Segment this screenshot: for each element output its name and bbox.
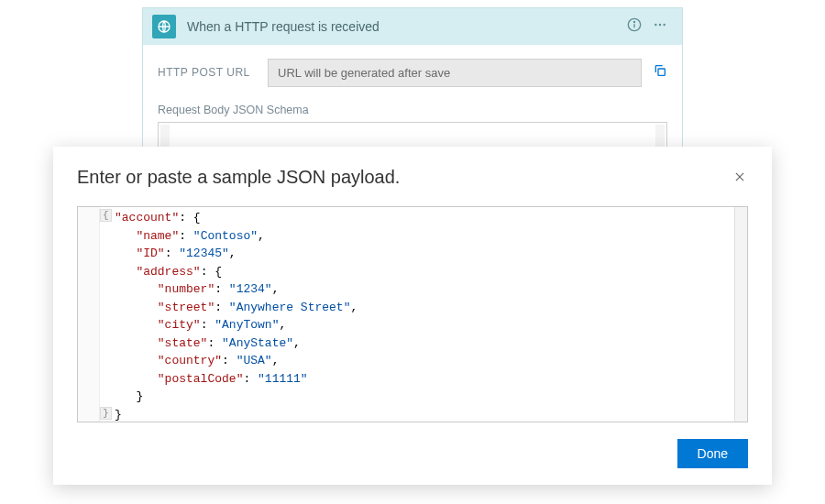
json-key: "address" [136, 265, 200, 279]
json-value: "AnyTown" [214, 318, 279, 332]
json-key: "account" [115, 211, 179, 225]
json-value: "12345" [179, 247, 229, 260]
json-editor[interactable]: { } "account": { "name": "Contoso", "ID"… [77, 206, 748, 422]
info-icon[interactable] [622, 14, 647, 39]
json-key: "city" [158, 318, 201, 332]
svg-point-3 [633, 21, 634, 22]
trigger-card: When a HTTP request is received HTTP POS… [142, 7, 683, 159]
copy-icon[interactable] [642, 58, 667, 87]
modal-footer: Done [77, 439, 748, 468]
json-value: "AnyState" [222, 336, 293, 350]
url-label: HTTP POST URL [158, 66, 268, 79]
fold-icon[interactable]: } [100, 407, 112, 420]
schema-label: Request Body JSON Schema [158, 104, 667, 116]
json-key: "name" [136, 229, 179, 243]
http-request-icon [152, 15, 176, 38]
editor-scrollbar[interactable] [734, 207, 747, 422]
code-content[interactable]: "account": { "name": "Contoso", "ID": "1… [115, 209, 731, 420]
svg-rect-7 [658, 69, 665, 75]
trigger-title: When a HTTP request is received [187, 19, 622, 34]
json-value: "Contoso" [193, 229, 258, 243]
close-icon[interactable] [732, 167, 748, 190]
json-key: "ID" [136, 247, 164, 260]
json-key: "state" [158, 336, 208, 350]
editor-gutter [78, 207, 100, 422]
svg-point-5 [659, 24, 661, 26]
modal-header: Enter or paste a sample JSON payload. [77, 167, 748, 190]
url-row: HTTP POST URL URL will be generated afte… [158, 58, 667, 87]
trigger-body: HTTP POST URL URL will be generated afte… [143, 45, 682, 159]
schema-input[interactable] [158, 122, 667, 149]
modal-title: Enter or paste a sample JSON payload. [77, 167, 732, 188]
json-value: "USA" [236, 354, 272, 367]
done-button[interactable]: Done [677, 439, 748, 468]
json-value: "1234" [229, 282, 272, 296]
url-box: URL will be generated after save [268, 59, 642, 87]
json-value: "Anywhere Street" [229, 301, 351, 314]
json-key: "postalCode" [158, 372, 244, 386]
json-key: "street" [158, 301, 214, 314]
fold-icon[interactable]: { [100, 209, 112, 222]
svg-point-6 [663, 24, 665, 26]
trigger-header[interactable]: When a HTTP request is received [143, 8, 682, 45]
sample-payload-modal: Enter or paste a sample JSON payload. { … [53, 147, 772, 485]
json-value: "11111" [258, 372, 308, 386]
json-key: "country" [158, 354, 222, 367]
more-icon[interactable] [647, 14, 673, 39]
svg-point-4 [654, 24, 656, 26]
json-key: "number" [158, 282, 214, 296]
